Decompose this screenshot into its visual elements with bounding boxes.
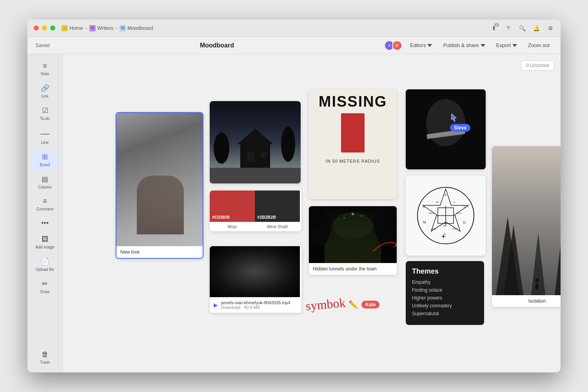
swatch-red-hex: #C03939 (212, 215, 252, 220)
draw-icon: ✏ (42, 279, 48, 288)
svg-rect-6 (210, 168, 301, 183)
breadcrumb-writers[interactable]: W Writers (89, 25, 113, 31)
breadcrumb-moodboard[interactable]: M Moodboard (120, 25, 153, 31)
breadcrumb-moodboard-label: Moodboard (127, 25, 153, 31)
maximize-button[interactable] (50, 25, 55, 31)
audio-icon: ▶ (214, 302, 218, 308)
isolation-caption: Isolation (492, 295, 561, 307)
chevron-down-icon-2 (481, 43, 485, 48)
theme-item-comradery: Unlikely comradery (412, 303, 478, 309)
note-icon: ≡ (43, 62, 47, 70)
missing-poster-content: MISSING IN 50 METERS RADIUS (309, 89, 397, 199)
filename: pexels-ivan-khmelyuk-8043335.mp4 (221, 300, 290, 305)
theme-item-solace: Finding solace (412, 287, 478, 293)
isolation-svg (492, 146, 561, 295)
swatch-dark-hex: #2B2B2B (257, 215, 298, 220)
steve-cursor: Steve (450, 113, 470, 132)
help-icon[interactable]: ? (504, 24, 512, 32)
sidebar-item-upload-file[interactable]: 📄 Upload file (31, 254, 59, 275)
sidebar-item-draw[interactable]: ✏ Draw (31, 276, 59, 297)
chevron-down-icon-3 (512, 43, 517, 48)
sidebar-item-link[interactable]: 🔗 Link (31, 81, 59, 102)
upload-file-icon: 📄 (41, 257, 49, 266)
sidebar-item-trash[interactable]: 🗑 Trash (31, 347, 59, 368)
theme-item-supernatural: Supernatural (412, 311, 478, 316)
svg-point-5 (281, 127, 295, 162)
svg-text:G: G (454, 201, 456, 204)
svg-text:TE: TE (436, 201, 439, 204)
sigil-image: A G Ω M A L TE G CLA TRA TON MA KI (406, 176, 486, 256)
sidebar-item-column[interactable]: ▤ Column (31, 172, 59, 192)
themes-card[interactable]: Themes Empathy Finding solace Higher pow… (406, 261, 484, 325)
sidebar-item-more[interactable]: ••• (31, 216, 59, 230)
holding-hands-card[interactable]: J Jason New love (116, 112, 203, 259)
svg-point-15 (343, 217, 345, 219)
forest-tunnel-caption: Hidden tunnels under the town (309, 263, 397, 275)
comment-icon: ≡ (43, 197, 47, 205)
editor-avatars: J K (384, 40, 402, 51)
file-details: pexels-ivan-khmelyuk-8043335.mp4 Downloa… (221, 300, 290, 310)
file-info: ▶ pexels-ivan-khmelyuk-8043335.mp4 Downl… (210, 297, 301, 313)
sidebar-item-line[interactable]: — Line (31, 125, 59, 148)
breadcrumb: ⌂ Home › W Writers › M Moodboard (62, 25, 153, 31)
svg-text:Ω: Ω (463, 220, 466, 224)
line-icon: — (41, 129, 49, 139)
video-card[interactable]: ▶ pexels-ivan-khmelyuk-8043335.mp4 Downl… (210, 246, 301, 313)
svg-point-48 (535, 278, 539, 282)
sigil-svg: A G Ω M A L TE G CLA TRA TON MA KI (414, 184, 477, 247)
file-download[interactable]: Download · 40.9 MB (221, 305, 290, 310)
writers-icon: W (89, 25, 96, 31)
missing-title: MISSING (319, 93, 387, 110)
unsorted-badge[interactable]: 0 Unsorted (521, 60, 554, 71)
steve-label: Steve (450, 124, 470, 132)
share-icon[interactable]: ⬆0 (490, 24, 498, 32)
chevron-down-icon (427, 43, 432, 48)
face-card[interactable] (406, 89, 486, 169)
link-icon: 🔗 (41, 84, 49, 93)
missing-figure (341, 113, 365, 152)
svg-rect-1 (240, 144, 270, 172)
sidebar-item-board[interactable]: ⊞ Board (31, 149, 59, 170)
settings-icon[interactable]: ⚙ (546, 24, 554, 32)
sigil-card[interactable]: A G Ω M A L TE G CLA TRA TON MA KI (406, 176, 486, 256)
appbar-actions: J K Editors Publish & share Export Zoom … (384, 40, 553, 51)
editors-button[interactable]: Editors (407, 41, 435, 50)
color-swatches: #C03939 Mojo #2B2B2B Mine Shaft (210, 191, 301, 231)
canvas[interactable]: 0 Unsorted J Jason New love (63, 54, 561, 372)
color-swatches-card[interactable]: #C03939 Mojo #2B2B2B Mine Shaft (210, 191, 301, 231)
saved-status: Saved (35, 42, 50, 48)
breadcrumb-home-label: Home (69, 25, 83, 31)
svg-rect-3 (261, 152, 266, 158)
kate-annotation: symbok ✏️ Kate (306, 297, 379, 312)
svg-rect-2 (247, 152, 254, 162)
sidebar-item-todo[interactable]: ☑ To-do (31, 103, 59, 124)
swatch-mine-shaft-name: Mine Shaft (255, 222, 300, 231)
breadcrumb-home[interactable]: ⌂ Home (62, 25, 83, 31)
sidebar-item-comment[interactable]: ≡ Comment (31, 194, 59, 214)
publish-share-button[interactable]: Publish & share (440, 41, 488, 50)
missing-poster-card[interactable]: MISSING IN 50 METERS RADIUS (309, 89, 397, 199)
home-icon: ⌂ (62, 25, 68, 31)
svg-marker-0 (237, 129, 273, 144)
forest-tunnel-card[interactable]: Hidden tunnels under the town (309, 206, 397, 275)
export-button[interactable]: Export (493, 41, 521, 50)
breadcrumb-sep-2: › (116, 25, 117, 31)
zoom-out-button[interactable]: Zoom out (525, 41, 553, 50)
svg-text:MA: MA (432, 227, 436, 230)
swatch-mojo: #C03939 Mojo (210, 191, 255, 231)
appbar: Saved Moodboard J K Editors Publish & sh… (27, 37, 561, 54)
svg-text:TRA: TRA (428, 212, 434, 215)
theme-item-empathy: Empathy (412, 279, 478, 285)
house-card[interactable] (210, 101, 301, 183)
sidebar-item-note[interactable]: ≡ Note (31, 59, 59, 79)
svg-text:A: A (444, 193, 447, 197)
isolation-card[interactable]: Isolation (492, 146, 561, 307)
svg-text:KI: KI (443, 224, 446, 227)
sidebar-item-add-image[interactable]: 🖼 Add image (31, 232, 59, 252)
forest-tunnel-image (309, 206, 397, 263)
notification-icon[interactable]: 🔔 (532, 24, 540, 32)
minimize-button[interactable] (42, 25, 47, 31)
search-icon[interactable]: 🔍 (518, 24, 526, 32)
close-button[interactable] (34, 25, 39, 31)
page-title: Moodboard (50, 42, 384, 49)
